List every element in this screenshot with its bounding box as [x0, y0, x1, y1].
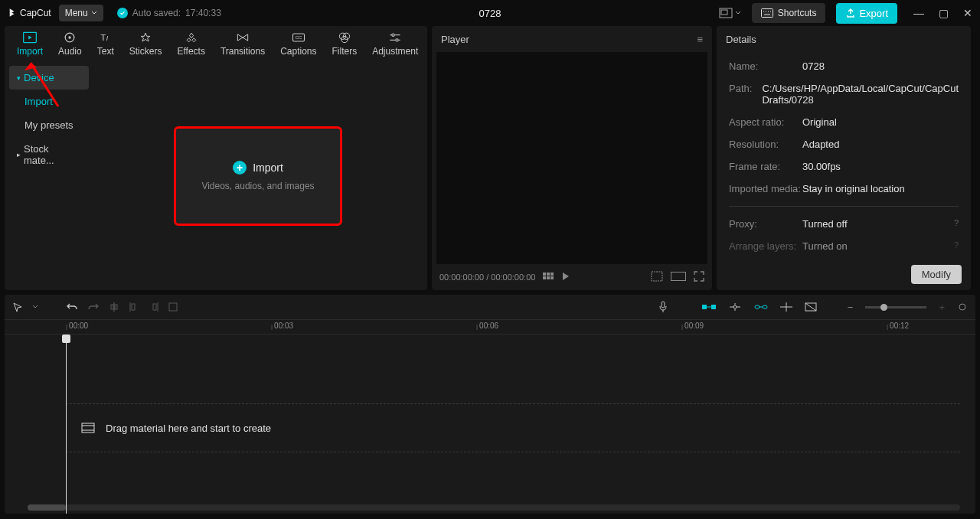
main-track-magnet-button[interactable]: [702, 302, 716, 312]
aspect-ratio-button[interactable]: [719, 8, 741, 18]
player-title: Player: [441, 34, 469, 45]
cover-button[interactable]: [805, 302, 817, 312]
split-button[interactable]: [109, 302, 119, 312]
svg-rect-1: [721, 10, 727, 15]
timeline-tracks[interactable]: Drag material here and start to create: [5, 335, 975, 514]
tab-import[interactable]: Import: [9, 26, 51, 61]
svg-rect-25: [547, 273, 550, 276]
detail-label: Resolution:: [729, 139, 802, 150]
selection-tool[interactable]: [12, 302, 23, 312]
sidebar-label: Import: [24, 96, 53, 107]
auto-snap-button[interactable]: [728, 302, 742, 312]
svg-rect-42: [711, 305, 716, 309]
zoom-in-button[interactable]: +: [939, 302, 945, 313]
detail-value: Turned on: [802, 240, 954, 252]
preview-axis-button[interactable]: [780, 302, 792, 312]
shortcuts-button[interactable]: Shortcuts: [752, 3, 826, 23]
media-sidebar: ▾Device Import My presets ▸Stock mate...: [5, 61, 89, 290]
linkage-button[interactable]: [754, 303, 768, 311]
fullscreen-button[interactable]: [694, 271, 704, 283]
shortcuts-label: Shortcuts: [778, 8, 817, 18]
delete-button[interactable]: [168, 302, 178, 312]
tab-label: Audio: [58, 46, 82, 57]
tab-label: Effects: [177, 46, 204, 57]
tick: 00:03: [271, 322, 293, 330]
detail-value: Stay in original location: [802, 183, 959, 194]
sidebar-presets[interactable]: My presets: [9, 113, 89, 137]
detail-label: Path:: [729, 83, 762, 106]
menu-label: Menu: [65, 8, 88, 18]
svg-point-45: [733, 305, 737, 308]
tab-audio[interactable]: Audio: [51, 26, 90, 61]
svg-rect-2: [761, 9, 773, 18]
detail-value: Turned off: [802, 218, 954, 230]
details-title: Details: [726, 34, 756, 45]
minimize-button[interactable]: —: [913, 7, 925, 19]
help-icon[interactable]: ?: [954, 240, 959, 252]
tab-transitions[interactable]: Transitions: [213, 26, 273, 61]
detail-value: Adapted: [802, 139, 959, 150]
modify-button[interactable]: Modify: [911, 265, 962, 284]
undo-button[interactable]: [66, 302, 78, 312]
grid-button[interactable]: [543, 273, 554, 282]
timeline-ruler[interactable]: 00:00 00:03 00:06 00:09 00:12: [5, 319, 975, 335]
tab-effects[interactable]: Effects: [169, 26, 212, 61]
menu-button[interactable]: Menu: [59, 5, 103, 21]
svg-rect-37: [153, 304, 156, 310]
detail-value: C:/Users/HP/AppData/Local/CapCut/CapCut …: [762, 83, 959, 106]
export-button[interactable]: Export: [836, 3, 897, 24]
redo-button[interactable]: [87, 302, 100, 312]
maximize-button[interactable]: ▢: [937, 7, 949, 19]
svg-rect-34: [115, 305, 117, 309]
scale-button[interactable]: [651, 271, 663, 283]
zoom-out-button[interactable]: −: [848, 302, 854, 313]
app-name: CapCut: [20, 8, 51, 18]
tool-tabs: Import Audio TIText Stickers Effects Tra…: [5, 26, 427, 61]
tick: 00:09: [681, 322, 704, 330]
svg-rect-27: [543, 276, 546, 279]
selection-dropdown[interactable]: [32, 304, 38, 310]
detail-value: 30.00fps: [802, 161, 959, 172]
keyboard-icon: [761, 8, 773, 18]
import-dropzone[interactable]: + Import Videos, audios, and images: [174, 126, 342, 226]
autosave-status: Auto saved: 17:40:33: [117, 8, 221, 18]
caret-right-icon: ▸: [17, 151, 21, 158]
zoom-slider[interactable]: [865, 306, 926, 308]
detail-value: Original: [802, 116, 959, 128]
detail-label: Arrange layers:: [729, 240, 802, 252]
delete-left-button[interactable]: [129, 302, 139, 312]
zoom-fit-button[interactable]: [957, 302, 968, 312]
tab-filters[interactable]: Filters: [325, 26, 365, 61]
tab-adjustment[interactable]: Adjustment: [364, 26, 426, 61]
sidebar-stock[interactable]: ▸Stock mate...: [9, 137, 89, 172]
hamburger-icon[interactable]: ≡: [697, 34, 703, 45]
sidebar-label: My presets: [24, 119, 74, 131]
sidebar-import[interactable]: Import: [9, 90, 89, 113]
tab-captions[interactable]: CCCaptions: [273, 26, 324, 61]
tab-label: Adjustment: [372, 46, 418, 57]
media-panel: Import Audio TIText Stickers Effects Tra…: [5, 26, 427, 290]
export-label: Export: [859, 8, 888, 19]
tab-text[interactable]: TIText: [90, 26, 122, 61]
ratio-button[interactable]: [671, 272, 686, 282]
tick: 00:12: [887, 322, 909, 330]
tab-label: Import: [17, 46, 43, 57]
svg-point-21: [392, 34, 394, 36]
sidebar-device[interactable]: ▾Device: [9, 66, 89, 90]
player-panel: Player ≡ 00:00:00:00 / 00:00:00:00: [432, 26, 712, 290]
close-button[interactable]: ✕: [962, 7, 974, 19]
play-button[interactable]: [561, 272, 570, 282]
drop-hint-text: Drag material here and start to create: [106, 423, 271, 434]
import-title: Import: [253, 162, 283, 174]
timeline-scrollbar[interactable]: [28, 504, 960, 511]
import-subtitle: Videos, audios, and images: [201, 181, 314, 191]
help-icon[interactable]: ?: [954, 218, 959, 230]
delete-right-button[interactable]: [149, 302, 159, 312]
svg-rect-57: [82, 423, 94, 432]
autosave-time: 17:40:33: [185, 8, 221, 18]
detail-label: Frame rate:: [729, 161, 802, 172]
titlebar: CapCut Menu Auto saved: 17:40:33 0728 Sh…: [0, 0, 980, 26]
mic-button[interactable]: [658, 301, 668, 313]
playhead[interactable]: [66, 335, 67, 514]
tab-stickers[interactable]: Stickers: [122, 26, 170, 61]
